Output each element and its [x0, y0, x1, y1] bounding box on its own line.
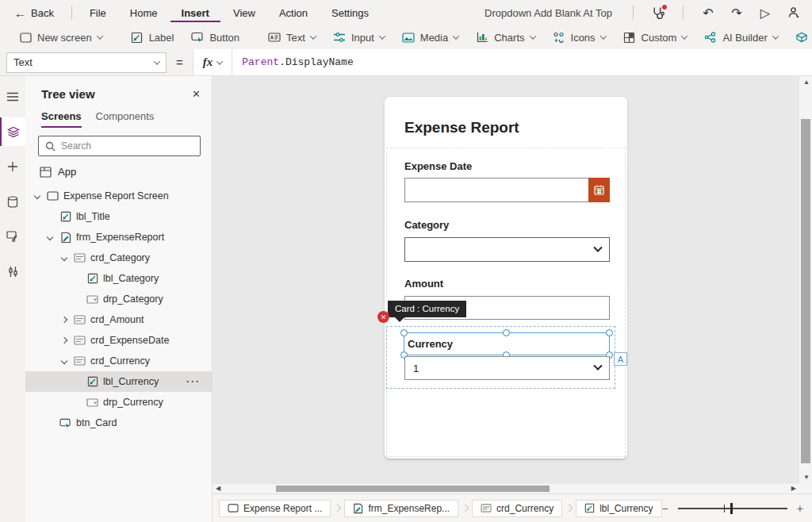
resize-handle[interactable] [606, 329, 613, 336]
category-dropdown[interactable] [404, 237, 610, 262]
divider [71, 6, 72, 20]
menu-item-file[interactable]: File [79, 4, 117, 22]
media-rail-icon[interactable] [0, 222, 25, 251]
close-icon[interactable]: ✕ [192, 88, 201, 100]
app-checker-icon[interactable] [649, 4, 667, 21]
design-canvas[interactable]: Expense Report Expense Date Category [213, 76, 799, 484]
label-button[interactable]: Label [123, 29, 182, 46]
form-icon [59, 231, 72, 244]
custom-menu-button[interactable]: Custom [615, 29, 695, 46]
new-screen-label: New screen [37, 32, 92, 44]
button-button[interactable]: Button [183, 29, 247, 46]
tab-screens[interactable]: Screens [41, 110, 82, 128]
tree-item-crd-amount[interactable]: crd_Amount [25, 309, 212, 330]
tree-item-lbl-currency[interactable]: lbl_Currency ··· [25, 371, 212, 392]
tree-item-lbl-title[interactable]: lbl_Title [25, 206, 212, 227]
new-screen-button[interactable]: New screen [11, 29, 110, 46]
menu-item-view[interactable]: View [222, 4, 266, 22]
icons-menu-button[interactable]: Icons [545, 29, 614, 46]
search-input[interactable]: Search [38, 136, 201, 156]
share-person-icon[interactable] [785, 4, 802, 21]
zoom-slider-handle[interactable] [730, 503, 733, 514]
date-picker-button[interactable] [588, 178, 610, 202]
currency-label-selected[interactable]: Currency [404, 332, 610, 355]
insert-rail-icon[interactable] [0, 152, 25, 181]
tree-item-drp-currency[interactable]: drp_Currency [25, 392, 212, 413]
property-selector[interactable]: Text [6, 52, 167, 73]
tab-components[interactable]: Components [96, 110, 155, 128]
currency-datacard-selection[interactable]: Currency 1 [386, 326, 615, 389]
tree-item-expense-report-screen[interactable]: Expense Report Screen [25, 186, 212, 206]
data-sources-rail-icon[interactable] [0, 187, 25, 216]
back-button[interactable]: ← Back [13, 3, 65, 23]
input-menu-button[interactable]: Input [325, 29, 393, 46]
breadcrumb-label-control[interactable]: lbl_Currency [576, 500, 661, 517]
breadcrumb-screen[interactable]: Expense Report ... [219, 500, 331, 517]
chevron-down-icon [599, 33, 606, 39]
horizontal-scroll-thumb[interactable] [276, 486, 550, 492]
zoom-controls: − + 90 % [662, 497, 812, 520]
charts-menu-button[interactable]: Charts [468, 29, 542, 46]
menu-item-settings[interactable]: Settings [320, 4, 380, 22]
scroll-up-icon[interactable]: ▲ [803, 79, 810, 86]
search-placeholder: Search [61, 140, 91, 152]
fx-dropdown-button[interactable]: fx [193, 49, 233, 75]
breadcrumb-form[interactable]: frm_ExpenseRep... [344, 500, 458, 517]
tree-item-crd-currency[interactable]: crd_Currency [25, 351, 212, 371]
play-preview-icon[interactable]: ▷ [756, 4, 774, 21]
scroll-down-icon[interactable]: ▼ [803, 474, 810, 481]
tree-item-crd-category[interactable]: crd_Category [25, 248, 212, 268]
chevron-down-icon[interactable] [61, 255, 67, 261]
chevron-right-icon[interactable] [61, 317, 67, 323]
chevron-down-icon[interactable] [47, 234, 53, 240]
menu-item-action[interactable]: Action [268, 4, 319, 22]
tree-item-crd-expensedate[interactable]: crd_ExpenseDate [25, 330, 212, 351]
form-title-label[interactable]: Expense Report [404, 119, 519, 136]
media-label: Media [420, 32, 448, 44]
resize-handle[interactable] [400, 329, 408, 336]
zoom-in-button[interactable]: + [797, 502, 803, 515]
tree-item-btn-card[interactable]: btn_Card [25, 413, 212, 433]
expense-date-label[interactable]: Expense Date [404, 160, 472, 172]
tree-item-frm-expensereport[interactable]: frm_ExpenseReport [25, 227, 212, 248]
advanced-tools-rail-icon[interactable] [0, 257, 25, 286]
redo-icon[interactable]: ↷ [728, 4, 745, 21]
vertical-scrollbar[interactable]: ▲ ▼ [799, 76, 812, 484]
horizontal-scrollbar[interactable]: ◀ ▶ [213, 484, 799, 493]
expense-date-input[interactable] [404, 178, 610, 202]
amount-label[interactable]: Amount [404, 278, 443, 290]
more-options-icon[interactable]: ··· [186, 376, 201, 387]
ai-builder-menu-button[interactable]: AI Builder [696, 29, 785, 46]
media-menu-button[interactable]: Media [394, 29, 466, 46]
tree-item-label: drp_Currency [103, 397, 163, 408]
screen-form-card[interactable]: Expense Report Expense Date Category [385, 97, 627, 459]
chevron-down-icon[interactable] [34, 193, 40, 199]
mixed-reality-menu-button[interactable]: Mixed Reality [787, 29, 812, 46]
scroll-right-icon[interactable]: ▶ [791, 486, 796, 492]
error-badge-icon[interactable]: ✕ [377, 311, 389, 323]
category-label[interactable]: Category [404, 219, 449, 231]
hamburger-menu-icon[interactable] [0, 83, 25, 111]
tree-item-drp-category[interactable]: drp_Category [25, 289, 212, 309]
tree-item-app[interactable]: App [25, 161, 212, 182]
undo-icon[interactable]: ↶ [699, 4, 717, 21]
zoom-slider[interactable] [678, 508, 787, 509]
tree-view-rail-icon[interactable] [0, 117, 25, 146]
menu-item-insert[interactable]: Insert [170, 4, 220, 22]
breadcrumb-card[interactable]: crd_Currency [472, 500, 562, 517]
resize-handle[interactable] [503, 329, 510, 336]
divider [633, 6, 634, 20]
new-screen-icon [19, 31, 32, 44]
back-label: Back [31, 7, 54, 19]
menu-item-home[interactable]: Home [119, 4, 169, 22]
scroll-left-icon[interactable]: ◀ [216, 486, 220, 492]
chevron-right-icon[interactable] [61, 337, 67, 344]
calendar-icon [594, 185, 604, 195]
currency-dropdown[interactable]: 1 [404, 356, 610, 380]
text-menu-button[interactable]: Text [260, 29, 324, 46]
chevron-down-icon[interactable] [61, 358, 67, 364]
zoom-out-button[interactable]: − [662, 502, 668, 515]
tree-item-lbl-category[interactable]: lbl_Category [25, 268, 212, 289]
formula-input[interactable]: Parent.DisplayName [232, 56, 353, 68]
vertical-scroll-thumb[interactable] [801, 119, 810, 463]
